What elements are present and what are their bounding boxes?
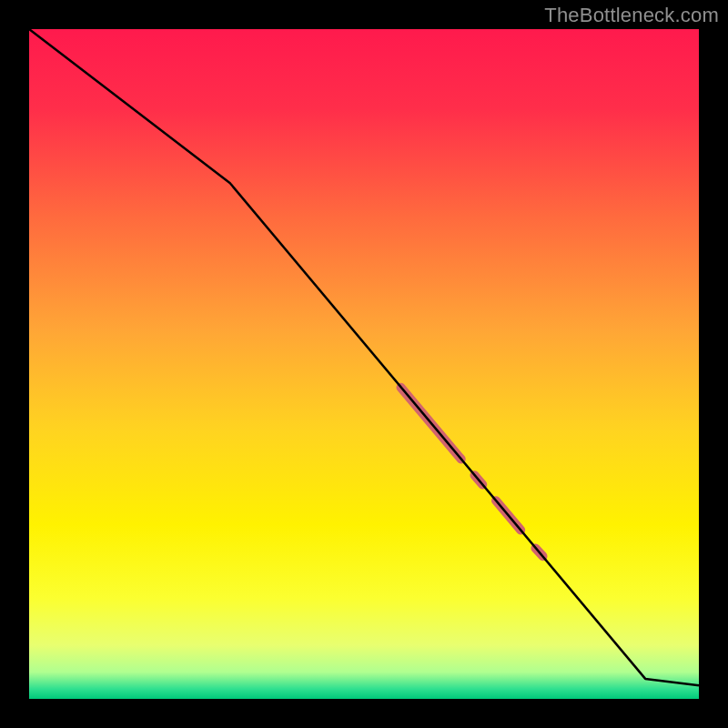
chart-stage: TheBottleneck.com	[0, 0, 728, 728]
chart-svg	[0, 0, 728, 728]
attribution-text: TheBottleneck.com	[544, 4, 719, 27]
plot-background	[29, 29, 699, 699]
